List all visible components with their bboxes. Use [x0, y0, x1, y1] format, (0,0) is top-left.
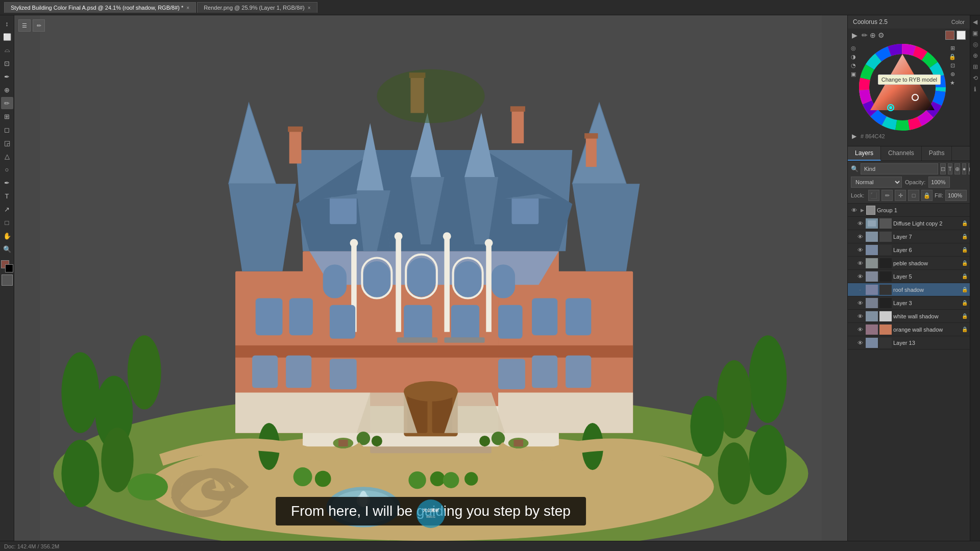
eye-13[interactable]: 👁 — [856, 339, 864, 347]
eye-6[interactable]: 👁 — [856, 246, 864, 254]
color-tab-label[interactable]: Color — [951, 19, 965, 25]
opacity-input[interactable] — [928, 177, 950, 188]
layer-item-roof-shadow[interactable]: · roof shadow 🔒 — [848, 283, 970, 296]
adjust-icon[interactable]: ⊕ — [870, 31, 876, 39]
eye-diffuse[interactable]: 👁 — [856, 219, 864, 228]
adjust-icon-right[interactable]: ⊕ — [973, 52, 978, 59]
marquee-tool[interactable]: ⬜ — [1, 31, 13, 43]
svg-point-67 — [443, 232, 451, 240]
panel-icon[interactable]: ▣ — [972, 30, 978, 37]
lock-artboard-btn[interactable]: □ — [908, 190, 919, 201]
fill-input[interactable] — [945, 190, 967, 201]
lock-pixel-btn[interactable]: ⬛ — [868, 190, 879, 201]
color-wheel[interactable]: Change to RYB model — [859, 44, 946, 131]
thumb-peble-mask — [879, 258, 892, 268]
copy-icon[interactable]: ⊡ — [950, 62, 955, 69]
expand-group1[interactable]: ▶ — [860, 206, 865, 214]
blur-tool[interactable]: △ — [1, 150, 13, 162]
layer-item-7[interactable]: 👁 Layer 7 🔒 — [848, 230, 970, 243]
lasso-tool[interactable]: ⌓ — [1, 44, 13, 56]
lock-pos-btn[interactable]: ✛ — [895, 190, 906, 201]
color-wheel-icon[interactable]: ◎ — [973, 41, 978, 48]
eye-group1[interactable]: 👁 — [850, 206, 858, 214]
ryb-tooltip[interactable]: Change to RYB model — [878, 74, 941, 85]
crop-tool[interactable]: ⊡ — [1, 57, 13, 69]
lock-brush-btn[interactable]: ✏ — [881, 190, 893, 201]
main-layout: ↕ ⬜ ⌓ ⊡ ✒ ⊕ ✏ ⊞ ◻ ◲ △ ○ ✒ T ↗ □ ✋ 🔍 ☰ ✏ — [0, 15, 980, 541]
layer-search-input[interactable] — [861, 163, 938, 174]
layer-item-white-wall[interactable]: 👁 white wall shadow 🔒 — [848, 310, 970, 323]
layer-item-13[interactable]: 👁 Layer 13 — [848, 336, 970, 349]
thumb-6 — [866, 245, 878, 255]
history-icon[interactable]: ⟲ — [973, 74, 978, 82]
tab-close-render[interactable]: × — [308, 5, 311, 11]
layer-filter-icon[interactable]: ⊡ — [940, 163, 946, 174]
brush-color-icon[interactable]: ✏ — [862, 31, 868, 39]
eye-white-wall[interactable]: 👁 — [856, 312, 864, 320]
dodge-tool[interactable]: ○ — [1, 163, 13, 176]
eye-3[interactable]: 👁 — [856, 299, 864, 307]
layer-item-group1[interactable]: 👁 ▶ Group 1 — [848, 204, 970, 217]
palette-icon[interactable]: ⊛ — [950, 71, 955, 78]
layer-item-6[interactable]: 👁 Layer 6 🔒 — [848, 243, 970, 257]
thumb-roof-shadow-mask — [879, 285, 892, 295]
saturation-icon[interactable]: ◑ — [851, 54, 856, 60]
color-picker-icon[interactable]: ◎ — [851, 45, 856, 52]
wheel-play-btn[interactable]: ▶ — [852, 133, 856, 140]
layer-type-icon[interactable]: T — [948, 163, 952, 174]
canvas-tool-btn[interactable]: ✏ — [33, 19, 45, 32]
view-icon[interactable]: ▣ — [851, 71, 856, 78]
svg-point-112 — [416, 499, 445, 528]
path-tool[interactable]: ↗ — [1, 203, 13, 215]
info-icon[interactable]: ℹ — [974, 86, 976, 93]
canvas-menu-btn[interactable]: ☰ — [18, 19, 31, 32]
tab-psd[interactable]: Stylized Building Color Final A.psd @ 24… — [4, 2, 196, 13]
svg-rect-148 — [866, 338, 878, 348]
layer-item-orange-wall[interactable]: 👁 orange wall shadow 🔒 — [848, 323, 970, 336]
eye-peble[interactable]: 👁 — [856, 259, 864, 267]
svg-point-13 — [749, 425, 787, 495]
layer-item-3[interactable]: 👁 Layer 3 🔒 — [848, 296, 970, 310]
pen-tool[interactable]: ✒ — [1, 177, 13, 189]
foreground-color[interactable] — [1, 260, 13, 272]
eye-orange-wall[interactable]: 👁 — [856, 325, 864, 334]
svg-point-108 — [464, 472, 478, 485]
layers-icon[interactable]: ⊞ — [973, 63, 978, 70]
hue-icon[interactable]: ◔ — [851, 62, 856, 69]
gradient-tool[interactable]: ◲ — [1, 137, 13, 149]
eye-roof-shadow[interactable]: · — [856, 286, 864, 294]
tab-close-psd[interactable]: × — [186, 5, 189, 11]
blend-mode-select[interactable]: Normal Multiply Screen Overlay — [851, 177, 902, 188]
tab-layers[interactable]: Layers — [848, 146, 881, 161]
clone-tool[interactable]: ⊞ — [1, 110, 13, 122]
layer-item-peble[interactable]: 👁 peble shadow 🔒 — [848, 257, 970, 270]
text-tool[interactable]: T — [1, 190, 13, 202]
tab-paths[interactable]: Paths — [922, 146, 952, 161]
shape-tool[interactable]: □ — [1, 216, 13, 229]
hand-tool[interactable]: ✋ — [1, 230, 13, 242]
layer-color-icon[interactable]: ● — [962, 163, 967, 174]
quick-mask[interactable] — [2, 274, 13, 286]
zoom-tool[interactable]: 🔍 — [1, 243, 13, 255]
settings-icon-top[interactable]: ⚙ — [878, 31, 885, 39]
brush-tool[interactable]: ✏ — [1, 97, 13, 109]
eraser-tool[interactable]: ◻ — [1, 123, 13, 136]
layer-name-peble: peble shadow — [893, 260, 960, 266]
play-icon[interactable]: ▶ — [852, 31, 857, 39]
layer-effect-icon[interactable]: ⊕ — [954, 163, 960, 174]
grid-icon[interactable]: ⊞ — [950, 45, 955, 52]
eye-5[interactable]: 👁 — [856, 272, 864, 281]
layer-list[interactable]: 👁 ▶ Group 1 👁 Diffuse Light copy 2 🔒 — [848, 204, 970, 541]
eye-7[interactable]: 👁 — [856, 233, 864, 241]
tab-render[interactable]: Render.png @ 25.9% (Layer 1, RGB/8#) × — [197, 2, 317, 13]
lock-color-icon[interactable]: 🔒 — [949, 54, 956, 60]
eyedropper-tool[interactable]: ✒ — [1, 70, 13, 83]
heal-tool[interactable]: ⊕ — [1, 84, 13, 96]
tab-channels[interactable]: Channels — [881, 146, 922, 161]
layer-item-5[interactable]: 👁 Layer 5 🔒 — [848, 270, 970, 283]
layer-item-diffuse[interactable]: 👁 Diffuse Light copy 2 🔒 — [848, 217, 970, 230]
move-tool[interactable]: ↕ — [1, 17, 13, 30]
star-icon[interactable]: ★ — [950, 80, 955, 86]
lock-all-btn[interactable]: 🔒 — [921, 190, 933, 201]
collapse-icon[interactable]: ◀ — [973, 18, 977, 26]
